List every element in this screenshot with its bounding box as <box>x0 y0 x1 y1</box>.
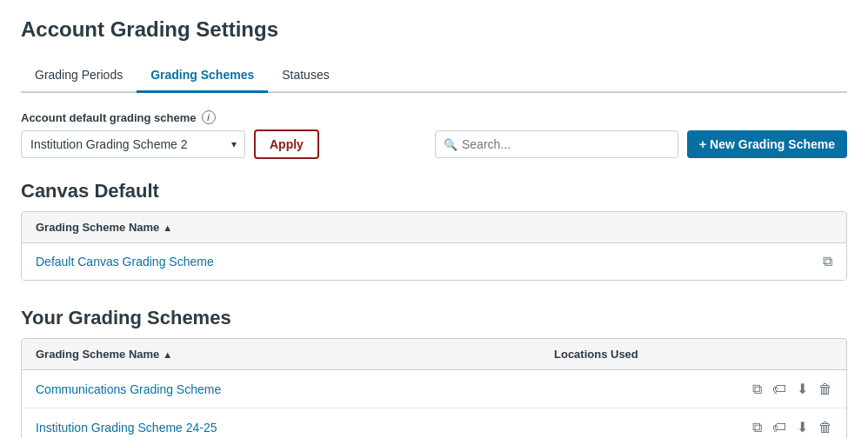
search-wrapper: 🔍 <box>435 130 678 158</box>
grading-scheme-select[interactable]: Institution Grading Scheme 2 Default Can… <box>21 130 245 158</box>
canvas-default-title: Canvas Default <box>21 180 847 202</box>
sort-asc-icon: ▲ <box>163 349 172 360</box>
row-actions: ⧉ 🏷 ⬇ 🗑 <box>728 419 832 435</box>
your-schemes-section: Your Grading Schemes Grading Scheme Name… <box>21 307 847 438</box>
settings-controls: Institution Grading Scheme 2 Default Can… <box>21 129 847 159</box>
canvas-default-scheme-link[interactable]: Default Canvas Grading Scheme <box>36 255 728 269</box>
sort-asc-icon: ▲ <box>163 222 172 233</box>
col-locations-header: Locations Used <box>554 348 728 361</box>
download-icon[interactable]: ⬇ <box>797 419 808 435</box>
tab-grading-periods[interactable]: Grading Periods <box>21 59 137 93</box>
row-actions: ⧉ 🏷 ⬇ 🗑 <box>728 381 832 397</box>
canvas-default-section: Canvas Default Grading Scheme Name ▲ Def… <box>21 180 847 281</box>
settings-section: Account default grading scheme i Institu… <box>21 110 847 159</box>
canvas-default-table-header: Grading Scheme Name ▲ <box>22 212 846 243</box>
settings-label: Account default grading scheme i <box>21 110 847 124</box>
tabs-bar: Grading Periods Grading Schemes Statuses <box>21 59 847 93</box>
copy-icon[interactable]: ⧉ <box>823 254 832 269</box>
right-controls: 🔍 + New Grading Scheme <box>435 130 847 158</box>
col-name-header: Grading Scheme Name ▲ <box>36 221 832 234</box>
delete-icon[interactable]: 🗑 <box>818 382 832 397</box>
search-icon: 🔍 <box>444 138 457 151</box>
new-grading-scheme-button[interactable]: + New Grading Scheme <box>687 130 847 158</box>
copy-icon[interactable]: ⧉ <box>752 420 762 435</box>
scheme-link-communications[interactable]: Communications Grading Scheme <box>36 382 554 396</box>
your-schemes-table-header: Grading Scheme Name ▲ Locations Used <box>22 339 846 370</box>
tag-icon[interactable]: 🏷 <box>772 420 786 435</box>
grading-scheme-select-wrapper: Institution Grading Scheme 2 Default Can… <box>21 130 245 158</box>
copy-icon[interactable]: ⧉ <box>752 382 762 397</box>
apply-button[interactable]: Apply <box>254 129 319 159</box>
info-icon[interactable]: i <box>202 110 216 124</box>
scheme-link-institution[interactable]: Institution Grading Scheme 24-25 <box>36 421 554 435</box>
tab-statuses[interactable]: Statuses <box>268 59 343 93</box>
tab-grading-schemes[interactable]: Grading Schemes <box>137 59 268 93</box>
delete-icon[interactable]: 🗑 <box>818 420 832 435</box>
page-title: Account Grading Settings <box>21 17 847 42</box>
table-row: Communications Grading Scheme ⧉ 🏷 ⬇ 🗑 <box>22 370 846 408</box>
your-schemes-table: Grading Scheme Name ▲ Locations Used Com… <box>21 338 847 438</box>
canvas-default-row-actions: ⧉ <box>728 254 832 269</box>
download-icon[interactable]: ⬇ <box>797 381 808 397</box>
tag-icon[interactable]: 🏷 <box>772 382 786 397</box>
search-input[interactable] <box>435 130 678 158</box>
table-row: Default Canvas Grading Scheme ⧉ <box>22 243 846 280</box>
col-name-header: Grading Scheme Name ▲ <box>36 348 554 361</box>
canvas-default-table: Grading Scheme Name ▲ Default Canvas Gra… <box>21 211 847 281</box>
table-row: Institution Grading Scheme 24-25 ⧉ 🏷 ⬇ 🗑 <box>22 408 846 438</box>
your-schemes-title: Your Grading Schemes <box>21 307 847 329</box>
